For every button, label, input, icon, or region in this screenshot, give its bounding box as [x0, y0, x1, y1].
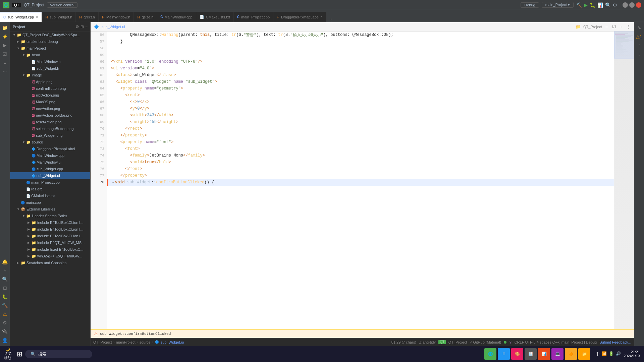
tree-subwidget-ui[interactable]: 🔷 sub_Widget.ui — [10, 172, 90, 179]
tree-include2[interactable]: ▶ 📁 include E:\ToolBox\CLion I... — [10, 226, 90, 233]
start-button[interactable]: ⊞ — [17, 350, 22, 358]
taskbar-lang-icon[interactable]: 中 — [596, 351, 600, 357]
collapse-icon[interactable]: − — [85, 24, 88, 29]
maximize-button[interactable] — [629, 2, 635, 8]
tree-subwidget-png[interactable]: 🖼 sub_Widget.png — [10, 132, 90, 139]
close-button[interactable] — [636, 2, 641, 8]
tree-selectimage-png[interactable]: 🖼 selectImageButton.png — [10, 125, 90, 132]
tree-include-fixed[interactable]: ▶ 📁 include-fixed E:\ToolBox\C... — [10, 246, 90, 253]
right-icon-pencil[interactable]: ✎ — [635, 24, 643, 32]
hammer-icon[interactable]: 🔨 — [576, 2, 582, 8]
notification-icon[interactable]: 🔔 — [1, 258, 9, 266]
build-icon[interactable]: 🔨 — [1, 301, 9, 309]
tab-qsize-h[interactable]: H qsize.h — [134, 12, 157, 22]
tree-newactiontoolbar-png[interactable]: 🖼 newActionToolBar.png — [10, 112, 90, 119]
taskbar-battery-icon[interactable]: 🔋 — [609, 351, 614, 357]
tree-cmakelist[interactable]: 📄 CMakeLists.txt — [10, 192, 90, 199]
taskbar-app-clion[interactable]: 💻 — [551, 348, 564, 360]
terminal-icon[interactable]: ⊡ — [1, 284, 9, 292]
tree-subwidget-cpp[interactable]: 🔵 sub_Widget.cpp — [10, 166, 90, 172]
tab-sub-widget-cpp[interactable]: C sub_Widget.cpp ✕ — [0, 12, 42, 22]
structure-icon[interactable]: ≡ — [1, 59, 9, 67]
tree-main-cpp[interactable]: 🔵 main.cpp — [10, 199, 90, 206]
search-icon[interactable]: 🔍 — [605, 2, 611, 8]
tree-source[interactable]: ▼ 📁 source — [10, 139, 90, 145]
taskbar-app-chrome[interactable]: 🌐 — [484, 348, 496, 360]
status-main-project[interactable]: mainProject — [116, 340, 136, 344]
tree-mainwindow-cpp[interactable]: 🔵 MainWindow.cpp — [10, 152, 90, 159]
debug-btn[interactable]: Debug — [521, 2, 539, 8]
tree-resetaction-png[interactable]: 🖼 resetAction.png — [10, 119, 90, 125]
git-icon[interactable]: ⚡ — [1, 33, 9, 41]
tree-root[interactable]: ▼ 📁 QT_Project D:\C_Study\WorkSpa... — [10, 32, 90, 38]
debug-icon[interactable]: 🐛 — [590, 2, 595, 8]
run-sidebar-icon[interactable]: ▶ — [1, 41, 9, 49]
status-feedback[interactable]: Submit Feedback... — [599, 340, 631, 344]
tree-main-project-cpp[interactable]: 🔵 main_Project.cpp — [10, 179, 90, 186]
debug2-icon[interactable]: 🐛 — [1, 293, 9, 301]
gear-icon[interactable]: ⚙ — [75, 24, 79, 29]
tree-newaction-png[interactable]: 🖼 newAction.png — [10, 105, 90, 112]
tree-macos-png[interactable]: 🖼 MacOS.png — [10, 99, 90, 105]
tab-draggable[interactable]: H DraggablePixmapLabel.h — [273, 12, 326, 22]
toolbar-next-icon[interactable]: → — [619, 24, 623, 29]
settings-icon[interactable]: ⚙ — [613, 2, 617, 8]
tree-apple-png[interactable]: 🖼 Apple.png — [10, 78, 90, 85]
tab-qrect-h[interactable]: H qrect.h — [76, 12, 99, 22]
search-bar[interactable]: 🔍 搜索 — [25, 350, 92, 358]
tab-close-icon[interactable]: ✕ — [36, 15, 38, 19]
taskbar-app-win[interactable]: 🪟 — [525, 348, 537, 360]
right-icon-warn[interactable]: △1 — [635, 33, 643, 41]
status-file[interactable]: sub_Widget.ui — [161, 340, 184, 344]
tree-confirmbtn-png[interactable]: 🖼 confirmButton.png — [10, 85, 90, 92]
tree-include1[interactable]: ▶ 📁 include E:\ToolBox\CLion I... — [10, 219, 90, 226]
status-qt-project[interactable]: QT_Project — [93, 340, 112, 344]
tree-external-lib[interactable]: ▼ 📦 External Libraries — [10, 206, 90, 213]
status-source[interactable]: source — [140, 340, 151, 344]
main-project-btn[interactable]: main_Project ▾ — [542, 2, 574, 8]
tab-mainwindow-h[interactable]: H MainWindow.h — [99, 12, 134, 22]
minimize-button[interactable] — [623, 2, 628, 8]
taskbar-app-ppt[interactable]: 📊 — [538, 348, 550, 360]
toolbar-menu-icon[interactable]: ⋮ — [626, 24, 631, 29]
gear2-icon[interactable]: ⚙ — [1, 319, 9, 327]
taskbar-wifi-icon[interactable]: 📶 — [602, 351, 607, 357]
person-icon[interactable]: 👤 — [1, 336, 9, 344]
more-tabs-btn[interactable]: ⋮ — [326, 17, 336, 22]
tree-mainwindow-h[interactable]: 📄 MainWindow.h — [10, 58, 90, 65]
dots-icon[interactable]: ··· — [1, 67, 9, 75]
taskbar-app-ps[interactable]: 🎨 — [511, 348, 523, 360]
tab-sub-widget-h[interactable]: H sub_Widget.h — [42, 12, 76, 22]
code-content[interactable]: QMessageBox::warning(parent: this, title… — [107, 32, 614, 329]
tree-main-project[interactable]: ▼ 📁 mainProject — [10, 45, 90, 52]
tree-include3[interactable]: ▶ 📁 include E:\ToolBox\CLion I... — [10, 233, 90, 239]
taskbar-app-chrome2[interactable]: 🔶 — [565, 348, 577, 360]
right-icon-down[interactable]: ↓ — [635, 50, 643, 58]
right-icon-up[interactable]: ↑ — [635, 41, 643, 49]
taskbar-app-qt[interactable]: 🖥 — [498, 348, 510, 360]
profile-icon[interactable]: 📊 — [597, 2, 603, 8]
tree-include4[interactable]: ▶ 📁 include E:\QT_MinGW_MS... — [10, 239, 90, 246]
tab-mainwindow-cpp[interactable]: C MainWindow.cpp — [157, 12, 196, 22]
tree-sub-widget-h[interactable]: 📄 sub_Widget.h — [10, 65, 90, 72]
tree-win32[interactable]: ▶ 📁 win32-g++ E:\QT_MinGW... — [10, 253, 90, 259]
tree-scratches[interactable]: ▶ 📁 Scratches and Consoles — [10, 259, 90, 266]
taskbar-sound-icon[interactable]: 🔊 — [616, 351, 621, 357]
tree-mainwindow-ui[interactable]: 🔷 MainWindow.ui — [10, 159, 90, 166]
run-icon[interactable]: ▶ — [584, 2, 588, 8]
project-icon[interactable]: 📁 — [1, 24, 9, 32]
breadcrumb-file[interactable]: sub_Widget.ui — [102, 25, 125, 29]
tree-cmake-build[interactable]: ▶ 📁 cmake-build-debug — [10, 38, 90, 45]
tab-cmakelist[interactable]: 📄 CMakeLists.txt — [196, 12, 234, 22]
version-control-btn[interactable]: Version control — [47, 2, 77, 8]
toolbar-prev-icon[interactable]: ← — [605, 24, 609, 29]
tree-head[interactable]: ▼ 📁 head — [10, 52, 90, 58]
todo-icon[interactable]: ☑ — [1, 50, 9, 58]
tree-res-qrc[interactable]: 📄 res.qrc — [10, 186, 90, 192]
search2-icon[interactable]: 🔍 — [1, 275, 9, 283]
git2-icon[interactable]: ⑂ — [1, 266, 9, 275]
tree-image[interactable]: ▼ 📁 image — [10, 72, 90, 78]
tree-draggable[interactable]: 🔷 DraggablePixmapLabel — [10, 145, 90, 152]
tab-main-project-cpp[interactable]: C main_Project.cpp — [234, 12, 273, 22]
taskbar-app-folder[interactable]: 📁 — [578, 348, 590, 360]
